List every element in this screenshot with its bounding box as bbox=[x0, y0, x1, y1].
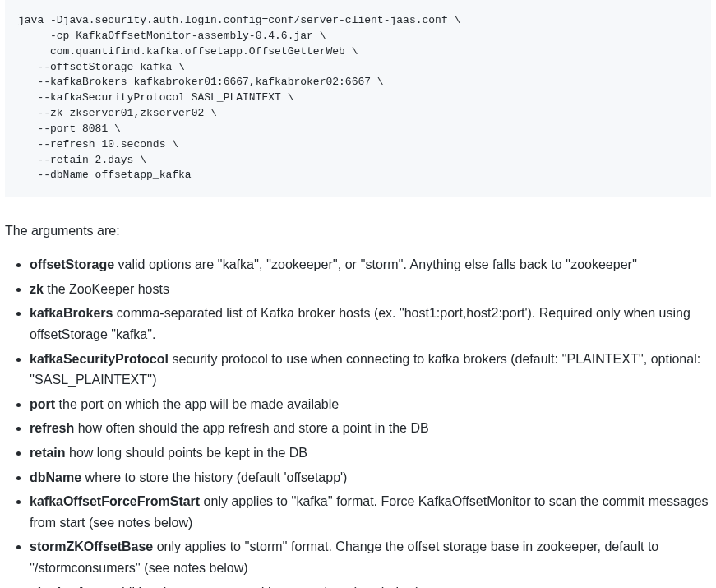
argument-desc: valid options are ''kafka'', ''zookeeper… bbox=[114, 257, 637, 271]
intro-text: The arguments are: bbox=[5, 221, 711, 241]
argument-item: refresh how often should the app refresh… bbox=[30, 418, 711, 439]
arguments-list: offsetStorage valid options are ''kafka'… bbox=[5, 254, 711, 588]
argument-item: dbName where to store the history (defau… bbox=[30, 467, 711, 488]
argument-item: stormZKOffsetBase only applies to ''stor… bbox=[30, 536, 711, 578]
argument-name: zk bbox=[30, 282, 44, 296]
argument-name: refresh bbox=[30, 421, 74, 435]
argument-name: offsetStorage bbox=[30, 257, 114, 271]
argument-desc: where to store the history (default 'off… bbox=[81, 470, 347, 484]
argument-item: kafkaOffsetForceFromStart only applies t… bbox=[30, 491, 711, 533]
argument-name: kafkaOffsetForceFromStart bbox=[30, 494, 200, 508]
argument-desc: how long should points be kept in the DB bbox=[66, 446, 307, 460]
argument-item: zk the ZooKeeper hosts bbox=[30, 279, 711, 300]
argument-item: retain how long should points be kept in… bbox=[30, 442, 711, 464]
argument-item: pluginsArgs additional arguments used by… bbox=[30, 582, 711, 588]
argument-name: retain bbox=[30, 446, 66, 460]
argument-name: stormZKOffsetBase bbox=[30, 539, 153, 553]
argument-name: pluginsArgs bbox=[30, 586, 106, 588]
argument-desc: comma-separated list of Kafka broker hos… bbox=[30, 306, 691, 341]
argument-desc: additional arguments used by extensions … bbox=[106, 586, 420, 588]
argument-name: kafkaSecurityProtocol bbox=[30, 352, 169, 366]
argument-item: kafkaSecurityProtocol security protocol … bbox=[30, 349, 711, 391]
code-block: java -Djava.security.auth.login.config=c… bbox=[5, 0, 711, 197]
argument-desc: how often should the app refresh and sto… bbox=[74, 421, 428, 435]
argument-item: port the port on which the app will be m… bbox=[30, 394, 711, 415]
argument-name: dbName bbox=[30, 470, 81, 484]
argument-desc: the port on which the app will be made a… bbox=[55, 397, 339, 411]
argument-item: kafkaBrokers comma-separated list of Kaf… bbox=[30, 303, 711, 345]
argument-name: kafkaBrokers bbox=[30, 306, 113, 320]
argument-name: port bbox=[30, 397, 55, 411]
argument-desc: the ZooKeeper hosts bbox=[44, 282, 169, 296]
argument-item: offsetStorage valid options are ''kafka'… bbox=[30, 254, 711, 275]
content-section: The arguments are: offsetStorage valid o… bbox=[0, 197, 716, 588]
